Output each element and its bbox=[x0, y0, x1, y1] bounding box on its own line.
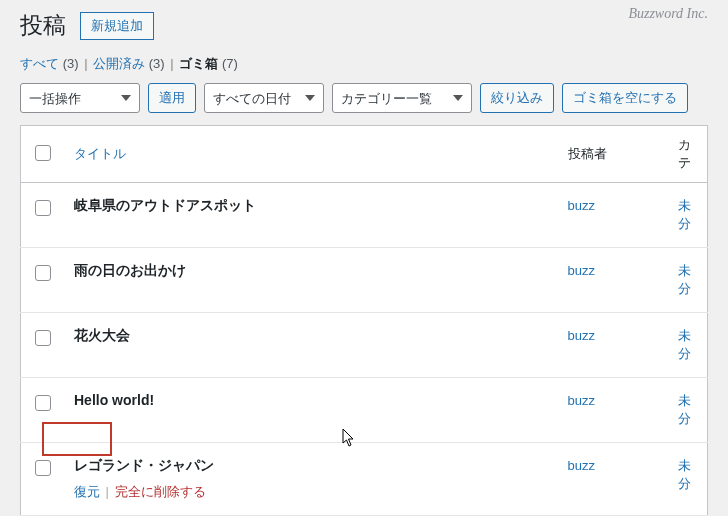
filter-button[interactable]: 絞り込み bbox=[480, 83, 554, 113]
row-actions: 復元 | 完全に削除する bbox=[74, 483, 548, 501]
filter-sep: | bbox=[84, 56, 87, 71]
filter-trash-current[interactable]: ゴミ箱 bbox=[179, 56, 218, 71]
category-link[interactable]: 未分 bbox=[678, 393, 691, 426]
author-link[interactable]: buzz bbox=[568, 393, 595, 408]
filter-all-count: (3) bbox=[63, 56, 79, 71]
table-row: 雨の日のお出かけbuzz未分 bbox=[21, 248, 708, 313]
post-title[interactable]: 花火大会 bbox=[74, 327, 130, 343]
category-filter-select[interactable]: カテゴリー一覧 bbox=[332, 83, 472, 113]
apply-button[interactable]: 適用 bbox=[148, 83, 196, 113]
row-checkbox[interactable] bbox=[35, 200, 51, 216]
filter-trash-count: (7) bbox=[222, 56, 238, 71]
filter-published-count: (3) bbox=[149, 56, 165, 71]
select-all-checkbox[interactable] bbox=[35, 145, 51, 161]
status-filter-bar: すべて (3) | 公開済み (3) | ゴミ箱 (7) bbox=[20, 55, 708, 73]
row-checkbox[interactable] bbox=[35, 395, 51, 411]
row-checkbox[interactable] bbox=[35, 330, 51, 346]
table-row: 岐阜県のアウトドアスポットbuzz未分 bbox=[21, 183, 708, 248]
table-row: レゴランド・ジャパン復元 | 完全に削除するbuzz未分 bbox=[21, 443, 708, 516]
table-row: 花火大会buzz未分 bbox=[21, 313, 708, 378]
restore-link[interactable]: 復元 bbox=[74, 484, 100, 499]
filter-sep: | bbox=[170, 56, 173, 71]
col-author-header[interactable]: 投稿者 bbox=[558, 126, 668, 183]
category-link[interactable]: 未分 bbox=[678, 263, 691, 296]
add-new-button[interactable]: 新規追加 bbox=[80, 12, 154, 40]
post-title[interactable]: 雨の日のお出かけ bbox=[74, 262, 186, 278]
post-title[interactable]: レゴランド・ジャパン bbox=[74, 457, 214, 473]
date-filter-select[interactable]: すべての日付 bbox=[204, 83, 324, 113]
category-link[interactable]: 未分 bbox=[678, 458, 691, 491]
col-title-header[interactable]: タイトル bbox=[64, 126, 558, 183]
post-title[interactable]: Hello world! bbox=[74, 392, 154, 408]
table-row: Hello world!buzz未分 bbox=[21, 378, 708, 443]
filter-published-link[interactable]: 公開済み bbox=[93, 56, 145, 71]
author-link[interactable]: buzz bbox=[568, 458, 595, 473]
row-action-sep: | bbox=[102, 484, 113, 499]
filter-all-link[interactable]: すべて bbox=[20, 56, 59, 71]
page-title: 投稿 bbox=[20, 10, 66, 41]
row-checkbox[interactable] bbox=[35, 265, 51, 281]
author-link[interactable]: buzz bbox=[568, 263, 595, 278]
bulk-action-select[interactable]: 一括操作 bbox=[20, 83, 140, 113]
post-title[interactable]: 岐阜県のアウトドアスポット bbox=[74, 197, 256, 213]
category-link[interactable]: 未分 bbox=[678, 198, 691, 231]
tablenav-top: 一括操作 適用 すべての日付 カテゴリー一覧 絞り込み ゴミ箱を空にする bbox=[20, 83, 708, 113]
author-link[interactable]: buzz bbox=[568, 198, 595, 213]
col-check bbox=[21, 126, 65, 183]
posts-table: タイトル 投稿者 カテ 岐阜県のアウトドアスポットbuzz未分雨の日のお出かけb… bbox=[20, 125, 708, 516]
category-link[interactable]: 未分 bbox=[678, 328, 691, 361]
empty-trash-button[interactable]: ゴミ箱を空にする bbox=[562, 83, 688, 113]
author-link[interactable]: buzz bbox=[568, 328, 595, 343]
delete-permanently-link[interactable]: 完全に削除する bbox=[115, 484, 206, 499]
col-category-header[interactable]: カテ bbox=[668, 126, 708, 183]
branding-text: Buzzword Inc. bbox=[628, 6, 708, 22]
row-checkbox[interactable] bbox=[35, 460, 51, 476]
